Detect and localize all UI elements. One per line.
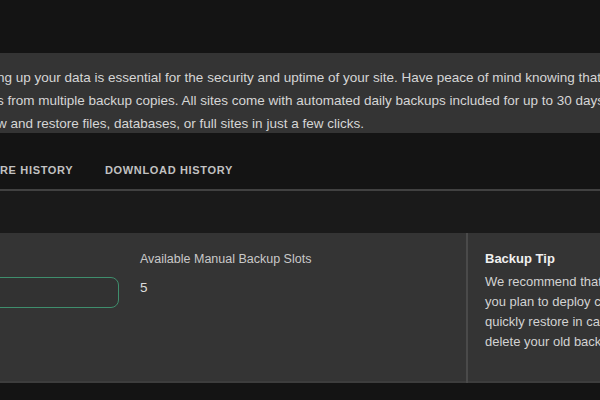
intro-line: w and restore files, databases, or full …: [0, 112, 600, 133]
backup-tip-title: Backup Tip: [485, 251, 600, 266]
backup-tip-line: delete your old back: [485, 332, 600, 352]
intro-line: s from multiple backup copies. All sites…: [0, 89, 600, 112]
backup-tip-line: you plan to deploy cl: [485, 292, 600, 312]
available-slots-label: Available Manual Backup Slots: [140, 252, 311, 266]
backup-tip-line: We recommend that: [485, 272, 600, 292]
backup-tip-panel: Backup Tip We recommend that you plan to…: [485, 251, 600, 352]
tab-download-history[interactable]: DOWNLOAD HISTORY: [105, 164, 233, 176]
content-vertical-divider: [466, 233, 468, 383]
tab-restore-history[interactable]: RE HISTORY: [0, 164, 73, 176]
table-header-band: [0, 191, 600, 233]
backups-intro-panel: ng up your data is essential for the sec…: [0, 53, 600, 133]
available-slots-value: 5: [140, 280, 148, 295]
intro-line: ng up your data is essential for the sec…: [0, 66, 600, 89]
backup-name-input[interactable]: [0, 277, 119, 308]
backup-tip-line: quickly restore in cas: [485, 312, 600, 332]
